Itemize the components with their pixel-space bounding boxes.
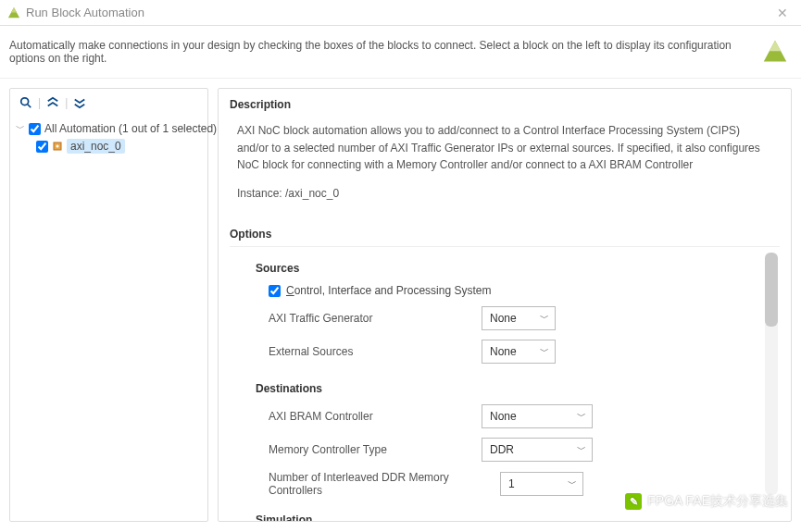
svg-line-5 (28, 105, 31, 108)
axi-tg-row: AXI Traffic Generator None ﹀ (269, 306, 763, 330)
config-panel: Description AXI NoC block automation all… (218, 88, 792, 522)
mctype-label: Memory Controller Type (269, 443, 482, 456)
chevron-down-icon: ﹀ (540, 312, 549, 325)
interleave-select[interactable]: 1 ﹀ (500, 472, 583, 496)
chevron-down-icon: ﹀ (540, 345, 549, 358)
cips-label: Control, Interface and Processing System (286, 284, 491, 297)
expand-all-icon[interactable] (71, 94, 88, 111)
tree-item-axi-noc[interactable]: axi_noc_0 (36, 137, 202, 155)
description-text: AXI NoC block automation allows you to a… (237, 122, 772, 174)
watermark: ✎ FPGA FAE技术分享选集 (625, 493, 788, 510)
item-checkbox[interactable] (36, 141, 48, 153)
svg-marker-1 (11, 6, 17, 12)
ext-sources-select[interactable]: None ﹀ (482, 340, 556, 364)
cips-checkbox[interactable] (269, 285, 281, 297)
instance-text: Instance: /axi_noc_0 (237, 185, 772, 203)
ext-sources-row: External Sources None ﹀ (269, 340, 763, 364)
vertical-scrollbar-thumb[interactable] (765, 253, 778, 327)
collapse-all-icon[interactable] (44, 94, 61, 111)
mctype-select[interactable]: DDR ﹀ (482, 438, 593, 462)
titlebar: Run Block Automation ✕ (0, 0, 801, 26)
interleave-label: Number of Interleaved DDR Memory Control… (269, 471, 500, 497)
simulation-heading: Simulation (256, 513, 763, 522)
svg-marker-3 (770, 41, 781, 51)
tree-panel: | | ﹀ All Automation (1 out of 1 selecte… (9, 88, 208, 522)
ip-block-icon (52, 141, 63, 152)
instruction-bar: Automatically make connections in your d… (0, 26, 801, 79)
chevron-down-icon: ﹀ (577, 443, 586, 456)
mctype-row: Memory Controller Type DDR ﹀ (269, 438, 763, 462)
wechat-icon: ✎ (625, 493, 642, 510)
tree-root[interactable]: ﹀ All Automation (1 out of 1 selected) (16, 120, 202, 137)
vendor-logo-icon (762, 39, 788, 65)
tree-item-label: axi_noc_0 (67, 139, 125, 154)
options-section: Options Sources Control, Interface and P… (230, 228, 780, 522)
options-scroll-area: Sources Control, Interface and Processin… (230, 246, 780, 522)
bram-label: AXI BRAM Controller (269, 410, 482, 423)
sources-heading: Sources (256, 262, 763, 275)
toolbar-sep: | (38, 96, 41, 109)
tree-root-label: All Automation (1 out of 1 selected) (44, 122, 217, 135)
bram-row: AXI BRAM Controller None ﹀ (269, 404, 763, 428)
ext-sources-label: External Sources (269, 345, 482, 358)
options-heading: Options (230, 228, 780, 241)
watermark-text: FPGA FAE技术分享选集 (647, 493, 788, 510)
app-logo-icon (7, 6, 20, 19)
chevron-down-icon[interactable]: ﹀ (16, 122, 25, 135)
cips-checkbox-row[interactable]: Control, Interface and Processing System (269, 284, 763, 297)
chevron-down-icon: ﹀ (577, 410, 586, 423)
chevron-down-icon: ﹀ (568, 477, 577, 490)
tree-toolbar: | | (10, 89, 207, 117)
ext-sources-value: None (490, 345, 517, 358)
window-title: Run Block Automation (26, 6, 144, 19)
mctype-value: DDR (490, 443, 514, 456)
root-checkbox[interactable] (29, 123, 41, 135)
svg-point-7 (56, 145, 59, 148)
svg-point-4 (21, 98, 29, 105)
toolbar-sep: | (65, 96, 68, 109)
main-area: | | ﹀ All Automation (1 out of 1 selecte… (0, 79, 801, 531)
description-body: AXI NoC block automation allows you to a… (230, 117, 780, 222)
axi-tg-select[interactable]: None ﹀ (482, 306, 556, 330)
interleave-value: 1 (508, 477, 515, 490)
automation-tree: ﹀ All Automation (1 out of 1 selected) a… (10, 117, 207, 159)
close-icon[interactable]: ✕ (771, 6, 794, 20)
search-icon[interactable] (18, 94, 34, 111)
instruction-text: Automatically make connections in your d… (9, 39, 751, 65)
axi-tg-label: AXI Traffic Generator (269, 312, 482, 325)
bram-select[interactable]: None ﹀ (482, 404, 593, 428)
bram-value: None (490, 410, 517, 423)
description-heading: Description (230, 98, 780, 111)
axi-tg-value: None (490, 312, 517, 325)
destinations-heading: Destinations (256, 382, 763, 395)
